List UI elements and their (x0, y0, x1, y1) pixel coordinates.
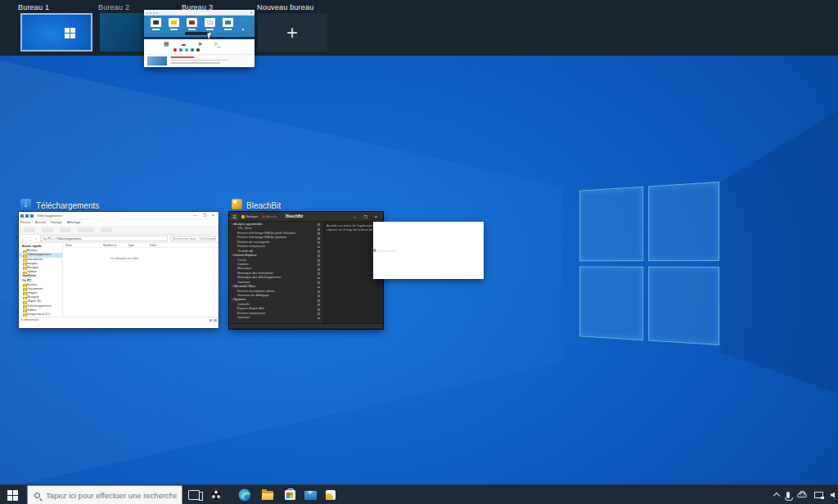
column-header: Nom (63, 243, 101, 247)
checkbox (318, 299, 320, 302)
windows-logo-pane (648, 266, 719, 345)
browser-tab-strip (146, 12, 158, 14)
checkbox (318, 281, 320, 284)
taskbar-search[interactable] (27, 485, 182, 504)
bleachbit-icon (232, 199, 242, 209)
empty-folder-message: Ce dossier est vide. (110, 256, 139, 260)
webpage-content: ▦ ☁ ➤ >_ (144, 39, 255, 54)
checkbox (318, 232, 320, 235)
search-input[interactable] (46, 491, 177, 500)
abort-button: Annuler (262, 214, 277, 218)
bleachbit-cleaner-tree: Analyse approfondie.DS_StoreFichiers d'é… (229, 222, 324, 323)
github-icon (196, 48, 200, 52)
article-text-lines (171, 56, 228, 65)
navigation-arrows: ← → ↑ (21, 236, 38, 241)
explorer-titlebar: Téléchargements — ❐ × (19, 212, 219, 219)
windows-logo-pane (579, 187, 643, 261)
checkbox (318, 295, 320, 297)
windows-logo-icon (65, 28, 75, 38)
checkbox (318, 308, 320, 311)
explorer-status-bar: 0 élément(s) (19, 317, 219, 322)
checkbox (318, 313, 320, 315)
social-icons-row (173, 48, 200, 52)
task-view-icon (188, 490, 200, 500)
ribbon-tab: Fichier (20, 220, 30, 224)
explorer-file-area: NomModifié leTypeTaille Ce dossier est v… (63, 243, 219, 317)
windows-start-icon (7, 490, 18, 501)
start-button[interactable] (0, 485, 25, 504)
column-header: Taille (146, 243, 157, 247)
system-tray (774, 485, 835, 504)
taskbar-app-microsoft-store[interactable] (279, 485, 300, 504)
checkbox (318, 290, 320, 293)
taskbar (0, 484, 838, 504)
plus-icon: + (286, 23, 298, 43)
checkbox (318, 277, 320, 280)
file-explorer-icon (262, 491, 273, 500)
desktop-preview-bureau-3[interactable]: × ▦ ☁ ➤ >_ (144, 10, 255, 67)
desktop-label-bureau-2[interactable]: Bureau 2 (98, 3, 129, 11)
window-thumbnail-bleachbit[interactable]: ☰ Prévisualiser Nettoyer Annuler BleachB… (229, 212, 383, 329)
virtual-desktop-strip: Bureau 1 Bureau 2 Bureau 3 Nouveau burea… (0, 0, 838, 56)
windows-logo-pane (648, 182, 719, 261)
window-thumbnail-explorer[interactable]: Téléchargements — ❐ × FichierAccueilPart… (19, 212, 219, 328)
cursor-icon: ➤ (198, 41, 203, 47)
window-controls: – ❐ × (354, 212, 381, 222)
explorer-column-headers: NomModifié leTypeTaille (63, 243, 219, 248)
article-thumbnail (147, 56, 167, 65)
ribbon-tab: Accueil (35, 220, 46, 224)
column-header: Modifié le (101, 243, 125, 247)
preview-browser-titlebar: × (144, 10, 255, 16)
cleaner-tree-item: Journaux (229, 316, 323, 320)
youtube-icon (173, 48, 177, 52)
windows-logo-wallpaper (579, 182, 719, 345)
windows-logo-pane (579, 266, 643, 340)
microsoft-store-icon (285, 490, 295, 500)
clean-button: Nettoyer (241, 214, 259, 218)
twitter-icon (185, 48, 188, 52)
task-view-button[interactable] (183, 485, 205, 504)
view-toggle-icons (210, 319, 217, 322)
window-label-telechargements: Téléchargements (36, 201, 99, 210)
taskbar-app-obs[interactable] (205, 485, 227, 504)
checkbox (318, 286, 320, 289)
explorer-sidebar: Accès rapideBureauTéléchargementsDocumen… (19, 243, 63, 317)
window-controls: — ❐ × (193, 212, 217, 219)
webpage-logo (185, 32, 210, 35)
bleachbit-status-bar (229, 323, 383, 328)
taskbar-app-edge[interactable] (234, 485, 255, 504)
explorer-ribbon-band (19, 225, 219, 235)
hidden-icons-chevron[interactable] (773, 493, 780, 499)
network-icon[interactable] (814, 492, 823, 498)
explorer-ribbon-tabs: FichierAccueilPartageAffichage (19, 219, 219, 225)
new-desktop-label[interactable]: Nouveau bureau (257, 3, 313, 11)
bleachbit-window-title: BleachBit (286, 214, 303, 218)
checkbox (318, 237, 320, 240)
quick-access-toolbar (20, 214, 34, 218)
window-label-bleachbit: BleachBit (246, 201, 281, 210)
desktop-thumbnail-bureau-1[interactable] (20, 13, 92, 52)
address-bar: Ce PC > Téléchargements (40, 236, 168, 241)
facebook-icon (179, 48, 182, 52)
magnifier-icon (373, 249, 376, 252)
webpage-feature-icons: ▦ ☁ ➤ >_ (164, 41, 220, 47)
checkbox (318, 268, 320, 271)
ribbon-tab: Affichage (67, 220, 81, 224)
desktop-label-bureau-1[interactable]: Bureau 1 (18, 3, 49, 11)
ribbon-tab: Partage (51, 220, 62, 224)
taskbar-app-file-explorer[interactable] (257, 485, 278, 504)
new-desktop-button[interactable]: + (257, 13, 327, 52)
volume-icon[interactable] (831, 493, 835, 498)
close-icon[interactable]: × (250, 10, 253, 16)
column-header: Type (125, 243, 146, 247)
onedrive-icon[interactable] (797, 493, 807, 497)
hamburger-menu-icon: ☰ (231, 214, 238, 220)
preview-webpage-banner (144, 16, 255, 37)
explorer-search-box: Rechercher dans : Téléchargements (170, 236, 216, 241)
terminal-icon: >_ (214, 41, 221, 47)
abort-icon (262, 215, 265, 218)
taskbar-app-bleachbit[interactable] (320, 485, 341, 504)
checkbox (318, 223, 320, 226)
taskbar-app-mail[interactable] (300, 485, 321, 504)
microphone-icon[interactable] (786, 492, 790, 498)
